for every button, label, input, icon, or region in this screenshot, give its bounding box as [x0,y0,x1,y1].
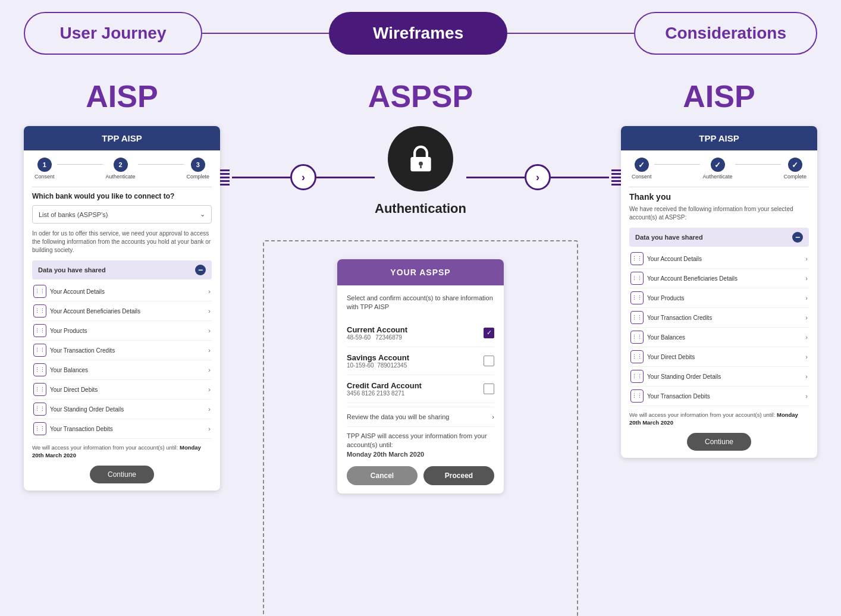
right-chevron-1: › [805,255,808,262]
checkbox-savings[interactable] [484,356,494,366]
chevron-right-icon-2: › [208,307,211,315]
data-item-5[interactable]: ⋮⋮ Your Balances › [32,360,212,380]
right-step-2: Authenticate [702,158,732,180]
data-item-label-7: Your Standing Order Details [50,406,124,413]
chevron-right-icon-8: › [208,425,211,432]
step-2: 2 Authenticate [105,158,135,180]
right-step-3: Complete [783,158,807,180]
left-tpp-card: TPP AISP 1 Consent 2 Authenticate 3 [24,126,220,491]
data-item-icon-5: ⋮⋮ [33,363,46,376]
auth-label: Authentication [375,201,466,216]
right-data-item-icon-3: ⋮⋮ [630,291,644,304]
chevron-right-icon-1: › [208,288,211,295]
account-current-name: Current Account [347,325,407,334]
right-chevron-3: › [805,294,808,301]
right-data-item-3[interactable]: ⋮⋮ Your Products › [629,288,809,308]
data-item-2[interactable]: ⋮⋮ Your Account Beneficiaries Details › [32,301,212,321]
step-circle-3: 3 [191,158,205,172]
checkbox-credit[interactable] [484,384,494,394]
left-continue-button[interactable]: Contiune [90,466,154,483]
left-arrow-connector: › [220,164,375,190]
proceed-button[interactable]: Proceed [423,466,494,485]
tab-user-journey[interactable]: User Journey [24,12,202,55]
aspsp-btn-row: Cancel Proceed [347,466,494,485]
chevron-down-icon: ⌄ [200,210,205,218]
chevron-right-icon-7: › [208,406,211,413]
left-card-title: TPP AISP [24,126,220,150]
center-column: ASPSP › [220,78,621,616]
step-label-1: Consent [34,174,55,180]
left-side-lines [220,169,230,186]
account-current-info: Current Account 48-59-60 72346879 [347,325,407,341]
bank-dropdown-label: List of banks (ASPSP's) [39,211,108,218]
right-data-item-7[interactable]: ⋮⋮ Your Standing Order Details › [629,367,809,386]
left-collapse-btn[interactable]: − [195,265,206,275]
aspsp-footer: TPP AISP will access your information fr… [347,432,494,459]
right-data-item-8[interactable]: ⋮⋮ Your Transaction Debits › [629,386,809,406]
right-data-shared-label: Data you have shared [635,234,703,241]
tab-considerations[interactable]: Considerations [634,12,817,55]
right-step-1: Consent [632,158,652,180]
right-continue-button[interactable]: Contiune [687,433,751,451]
aspsp-card: YOUR ASPSP Select and confirm account(s)… [337,259,504,494]
review-row[interactable]: Review the data you will be sharing › [347,407,494,427]
right-chevron-4: › [805,314,808,321]
checkbox-current[interactable]: ✓ [484,328,494,338]
account-savings[interactable]: Savings Account 10-159-60 789012345 [347,347,494,375]
cancel-button[interactable]: Cancel [347,466,418,485]
thankyou-text: We have received the following informati… [629,205,809,222]
account-current[interactable]: Current Account 48-59-60 72346879 ✓ [347,319,494,347]
review-chevron-icon: › [492,413,494,420]
h-line-left2 [316,177,375,178]
right-step-circle-3 [788,158,802,172]
account-savings-info: Savings Account 10-159-60 789012345 [347,353,409,369]
data-item-8[interactable]: ⋮⋮ Your Transaction Debits › [32,419,212,439]
data-item-6[interactable]: ⋮⋮ Your Direct Debits › [32,380,212,400]
account-savings-name: Savings Account [347,353,409,362]
right-chevron-5: › [805,334,808,341]
step-label-3: Complete [186,174,209,180]
right-collapse-btn[interactable]: − [792,232,803,243]
right-data-item-icon-5: ⋮⋮ [630,331,644,344]
left-section-label: AISP [24,78,220,114]
chevron-right-icon-4: › [208,347,211,354]
nav-line-1 [202,33,329,34]
h-line-right2 [551,177,609,178]
right-step-line-1 [654,164,701,165]
right-data-item-4[interactable]: ⋮⋮ Your Transaction Credits › [629,308,809,328]
aspsp-card-body: Select and confirm account(s) to share i… [337,285,504,494]
data-item-4[interactable]: ⋮⋮ Your Transaction Credits › [32,341,212,360]
right-data-item-icon-1: ⋮⋮ [630,252,644,265]
right-data-item-label-3: Your Products [647,295,684,301]
data-item-icon-7: ⋮⋮ [33,403,46,416]
right-data-item-6[interactable]: ⋮⋮ Your Direct Debits › [629,347,809,367]
data-item-1[interactable]: ⋮⋮ Your Account Details › [32,282,212,301]
nav-line-2 [507,33,634,34]
aspsp-intro: Select and confirm account(s) to share i… [347,294,494,312]
top-navigation: User Journey Wireframes Considerations [0,0,841,67]
right-chevron-2: › [805,275,808,282]
aspsp-dashed-box: YOUR ASPSP Select and confirm account(s)… [263,240,578,616]
right-data-item-label-4: Your Transaction Credits [647,315,712,321]
chevron-right-icon-6: › [208,386,211,393]
right-step-circle-1 [635,158,649,172]
account-credit[interactable]: Credit Card Account 3456 8126 2193 8271 [347,375,494,403]
right-data-item-label-7: Your Standing Order Details [647,373,721,380]
right-data-item-icon-7: ⋮⋮ [630,370,644,383]
svg-point-1 [419,161,423,165]
right-data-shared-header: Data you have shared − [629,228,809,247]
data-item-icon-6: ⋮⋮ [33,383,46,396]
right-data-item-2[interactable]: ⋮⋮ Your Account Beneficiaries Details › [629,269,809,288]
step-circle-1: 1 [37,158,52,172]
right-data-item-1[interactable]: ⋮⋮ Your Account Details › [629,249,809,269]
bank-dropdown[interactable]: List of banks (ASPSP's) ⌄ [32,205,212,224]
data-item-7[interactable]: ⋮⋮ Your Standing Order Details › [32,400,212,419]
right-chevron-8: › [805,392,808,400]
data-item-3[interactable]: ⋮⋮ Your Products › [32,321,212,341]
tab-wireframes[interactable]: Wireframes [329,12,507,55]
right-data-item-5[interactable]: ⋮⋮ Your Balances › [629,328,809,347]
account-savings-numbers: 10-159-60 789012345 [347,362,409,369]
right-step-line-2 [735,164,782,165]
right-arrow-connector: › [466,164,621,190]
step-line-1 [57,164,103,165]
